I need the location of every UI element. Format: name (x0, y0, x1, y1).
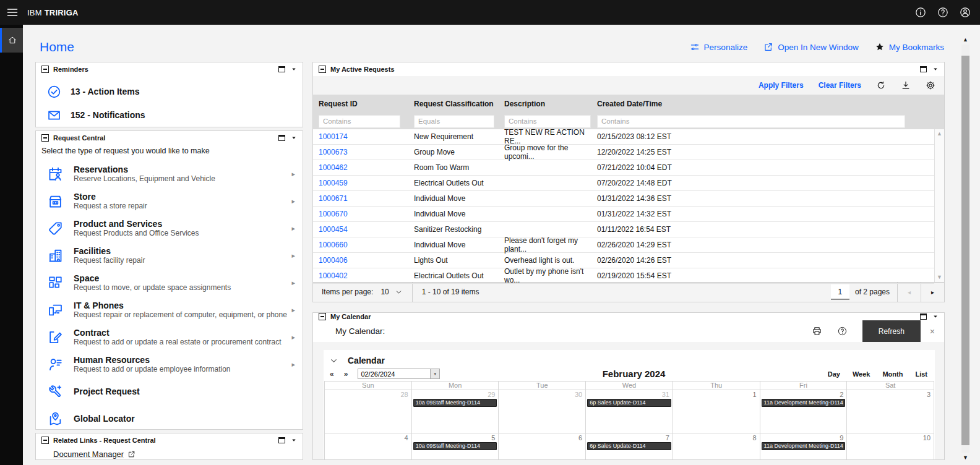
collapse-panel-icon[interactable] (41, 134, 49, 142)
calendar-day-cell[interactable]: 316p Sales Update-D114 (586, 390, 673, 433)
date-picker-dropdown-icon[interactable]: ▾ (431, 369, 440, 379)
account-icon[interactable] (959, 6, 971, 19)
chevron-down-icon[interactable] (330, 357, 338, 365)
calendar-day-cell[interactable]: 211a Development Meeting-D114 (760, 390, 848, 433)
help-icon[interactable] (937, 6, 949, 19)
caret-down-icon[interactable] (932, 314, 939, 320)
calendar-day-cell[interactable]: 10 (847, 433, 934, 460)
request-central-item-human-resources[interactable]: Human ResourcesRequest to add or update … (47, 351, 299, 378)
request-id-link[interactable]: 1000459 (319, 179, 348, 187)
next-page-button[interactable]: ▸ (921, 283, 944, 302)
calendar-day-cell[interactable]: 911a Development Meeting-D114 (760, 433, 848, 460)
restore-window-icon[interactable] (920, 66, 927, 72)
request-id-link[interactable]: 1000670 (319, 210, 348, 218)
close-icon[interactable]: × (930, 326, 935, 336)
calendar-day-cell[interactable]: 3 (847, 390, 934, 433)
request-id-link[interactable]: 1000454 (319, 225, 348, 234)
calendar-view-list[interactable]: List (915, 370, 927, 378)
request-id-link[interactable]: 1000673 (319, 148, 348, 156)
scroll-down-icon[interactable]: ▼ (937, 275, 942, 280)
caret-down-icon[interactable] (291, 437, 297, 443)
calendar-day-cell[interactable]: 4 (325, 433, 412, 460)
collapse-panel-icon[interactable] (319, 66, 326, 73)
collapse-panel-icon[interactable] (41, 66, 49, 73)
help-icon[interactable] (837, 326, 848, 336)
request-central-item-global-locator[interactable]: Global Locator (47, 405, 299, 430)
restore-window-icon[interactable] (278, 135, 285, 141)
information-icon[interactable] (914, 6, 927, 19)
caret-down-icon[interactable] (932, 66, 939, 72)
filter-input-request-classification[interactable] (414, 115, 494, 128)
column-header-request-id[interactable]: Request ID (313, 100, 408, 108)
column-header-request-classification[interactable]: Request Classification (408, 100, 499, 108)
calendar-day-cell[interactable]: 1 (673, 390, 760, 433)
calendar-view-week[interactable]: Week (853, 370, 870, 378)
collapse-panel-icon[interactable] (41, 437, 49, 444)
caret-down-icon[interactable] (291, 66, 297, 72)
related-link-document-manager[interactable]: Document Manager (36, 447, 303, 459)
column-header-description[interactable]: Description (499, 100, 591, 108)
request-id-link[interactable]: 1000671 (319, 194, 348, 203)
sidebar-item-home[interactable] (0, 28, 23, 53)
items-per-page-control[interactable]: Items per page: 10 (313, 283, 402, 302)
reminder-item-152-notifications[interactable]: 152 - Notifications (47, 103, 303, 127)
request-central-item-product-and-services[interactable]: Product and ServicesRequest Products and… (47, 215, 299, 242)
clear-filters-button[interactable]: Clear Filters (819, 81, 861, 90)
calendar-event[interactable]: 6p Sales Update-D114 (587, 399, 671, 407)
request-id-link[interactable]: 1000462 (319, 163, 348, 172)
filter-input-description[interactable] (504, 115, 591, 128)
restore-window-icon[interactable] (920, 314, 927, 320)
calendar-event[interactable]: 10a 09Staff Meeting-D114 (413, 399, 497, 407)
calendar-event[interactable]: 6p Sales Update-D114 (587, 442, 671, 450)
scroll-down-icon[interactable]: ▼ (963, 454, 968, 461)
calendar-day-cell[interactable]: 76p Sales Update-D114 (586, 433, 673, 460)
calendar-day-cell[interactable]: 8 (673, 433, 760, 460)
calendar-prev-button[interactable]: « (330, 370, 334, 378)
calendar-day-cell[interactable]: 28 (325, 390, 412, 433)
scroll-up-icon[interactable]: ▲ (937, 131, 942, 137)
request-central-item-contract[interactable]: ContractRequest to add or update a real … (47, 323, 299, 351)
request-id-link[interactable]: 1000406 (319, 256, 348, 265)
request-central-item-reservations[interactable]: ReservationsReserve Locations, Equipment… (47, 160, 299, 187)
request-central-item-space[interactable]: SpaceRequest to move, or update space as… (47, 269, 299, 296)
calendar-day-cell[interactable]: 30 (499, 390, 586, 433)
request-id-link[interactable]: 1000660 (319, 241, 348, 249)
calendar-view-month[interactable]: Month (882, 370, 903, 378)
collapse-panel-icon[interactable] (319, 313, 326, 320)
calendar-event[interactable]: 11a Development Meeting-D114 (762, 399, 846, 407)
request-central-item-store[interactable]: StoreRequest a store repair▸ (47, 187, 299, 215)
calendar-next-button[interactable]: » (344, 370, 348, 378)
my-bookmarks-link[interactable]: My Bookmarks (875, 42, 944, 52)
previous-page-button[interactable]: ◂ (897, 283, 921, 302)
filter-input-created-date-time[interactable] (597, 115, 905, 128)
table-scrollbar[interactable]: ▲ ▼ (934, 129, 944, 281)
open-in-new-window-link[interactable]: Open In New Window (763, 42, 859, 52)
request-central-item-it-phones[interactable]: IT & PhonesRequest repair or replacement… (47, 296, 299, 323)
hamburger-menu-icon[interactable] (6, 6, 19, 19)
request-id-link[interactable]: 1000174 (319, 132, 348, 141)
refresh-button[interactable]: Refresh (862, 320, 921, 342)
printer-icon[interactable] (812, 326, 822, 336)
calendar-date-input[interactable] (358, 369, 431, 379)
page-number-input[interactable]: 1 (831, 284, 849, 300)
apply-filters-button[interactable]: Apply Filters (759, 81, 804, 90)
restore-window-icon[interactable] (278, 437, 285, 443)
calendar-event[interactable]: 10a 09Staff Meeting-D114 (413, 442, 497, 450)
page-scrollbar[interactable]: ▲ ▼ (961, 36, 970, 461)
refresh-icon[interactable] (876, 80, 886, 90)
calendar-view-day[interactable]: Day (828, 370, 840, 378)
personalize-link[interactable]: Personalize (690, 42, 748, 52)
request-central-item-facilities[interactable]: FacilitiesRequest facility repair▸ (47, 242, 299, 269)
request-id-link[interactable]: 1000402 (319, 271, 348, 280)
reminder-item-13-action-items[interactable]: 13 - Action Items (47, 80, 303, 103)
scrollbar-thumb[interactable] (961, 56, 969, 445)
calendar-event[interactable]: 11a Development Meeting-D114 (762, 442, 846, 450)
download-icon[interactable] (901, 80, 911, 90)
calendar-day-cell[interactable]: 2910a 09Staff Meeting-D114 (412, 390, 499, 433)
filter-input-request-id[interactable] (319, 115, 400, 128)
column-header-created-date-time[interactable]: Created Date/Time (591, 100, 944, 108)
settings-gear-icon[interactable] (926, 80, 935, 90)
caret-down-icon[interactable] (291, 135, 297, 141)
calendar-day-cell[interactable]: 6 (499, 433, 586, 460)
calendar-day-cell[interactable]: 510a 09Staff Meeting-D114 (412, 433, 499, 460)
